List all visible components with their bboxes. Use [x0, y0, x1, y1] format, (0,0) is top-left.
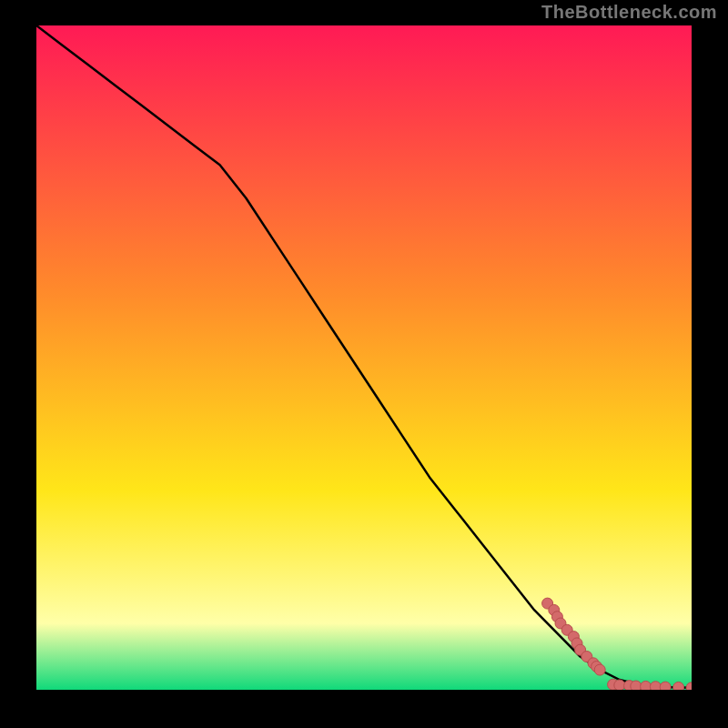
data-point [641, 681, 652, 690]
data-point [631, 681, 642, 690]
gradient-background [36, 25, 692, 690]
data-point [660, 682, 671, 690]
chart-frame: TheBottleneck.com [0, 0, 728, 728]
watermark-text: TheBottleneck.com [541, 2, 717, 23]
data-point [614, 680, 625, 690]
chart-svg [36, 25, 692, 690]
data-point [673, 682, 684, 690]
data-point [594, 664, 605, 675]
data-point [650, 682, 661, 690]
plot-area [36, 25, 692, 690]
